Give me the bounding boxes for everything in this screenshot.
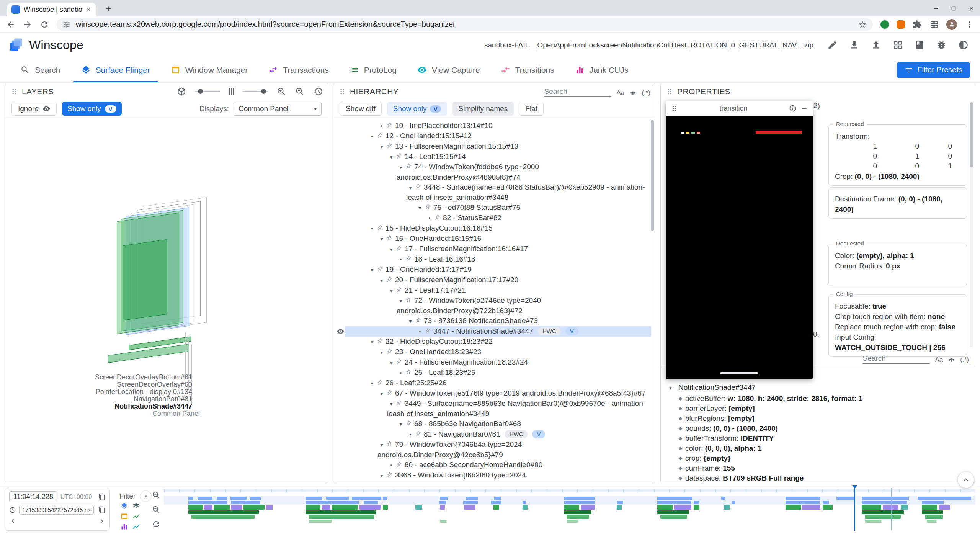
current-time[interactable]: 11:04:14.228 bbox=[9, 491, 57, 502]
rotation-3d-icon[interactable] bbox=[176, 87, 186, 96]
search-scope-icon[interactable] bbox=[630, 90, 636, 97]
tree-node[interactable]: •82 - StatusBar#82 bbox=[333, 213, 651, 223]
tree-node[interactable]: ▾17 - FullscreenMagnification:16:16#17 bbox=[333, 244, 651, 254]
properties-search-input[interactable] bbox=[863, 353, 930, 364]
pin-icon[interactable] bbox=[375, 224, 384, 233]
pin-icon[interactable] bbox=[394, 460, 403, 469]
tree-node[interactable]: ▾16 - OneHanded:16:16#16 bbox=[333, 234, 651, 244]
pin-icon[interactable] bbox=[433, 213, 442, 222]
pin-icon[interactable] bbox=[413, 316, 423, 325]
transactions-trace-icon[interactable] bbox=[132, 502, 140, 510]
extension-orange-icon[interactable] bbox=[897, 20, 905, 29]
back-icon[interactable] bbox=[6, 20, 15, 29]
transition-preview-popup[interactable]: transition bbox=[666, 101, 813, 379]
tab-surface-flinger[interactable]: Surface Flinger bbox=[71, 57, 160, 82]
forward-icon[interactable] bbox=[23, 20, 32, 29]
layer-label[interactable]: PointerLocation - display 0#134 bbox=[36, 388, 192, 396]
url-bar[interactable]: winscope.teams.x20web.corp.google.com/pr… bbox=[57, 18, 873, 31]
book-icon[interactable] bbox=[915, 40, 925, 50]
tree-node[interactable]: ▾20 - FullscreenMagnification:17:17#20 bbox=[333, 275, 651, 285]
reload-icon[interactable] bbox=[40, 20, 49, 29]
extensions-icon[interactable] bbox=[913, 20, 922, 29]
close-icon[interactable] bbox=[962, 0, 980, 16]
pin-icon[interactable] bbox=[375, 265, 384, 274]
pin-icon[interactable] bbox=[385, 121, 394, 130]
current-timestamp-ns[interactable]: 1715339054227572545 ns bbox=[19, 505, 94, 515]
flat-button[interactable]: Flat bbox=[519, 102, 544, 116]
property-row[interactable]: bufferTransform: IDENTITY bbox=[661, 433, 975, 443]
tree-node[interactable]: ▾79 - WindowToken{7046b4a type=2024 andr… bbox=[333, 440, 651, 460]
download-icon[interactable] bbox=[849, 40, 859, 50]
reset-view-icon[interactable] bbox=[313, 87, 323, 96]
pin-icon[interactable] bbox=[423, 327, 432, 336]
pin-icon[interactable] bbox=[394, 286, 403, 295]
tab-protolog[interactable]: ProtoLog bbox=[339, 57, 407, 82]
info-icon[interactable] bbox=[789, 105, 797, 112]
timeline-ruler[interactable] bbox=[164, 489, 975, 492]
tree-node[interactable]: •10 - ImePlaceholder:13:14#10 bbox=[333, 121, 651, 131]
layer-label[interactable]: Common Panel bbox=[36, 410, 200, 417]
collapse-filter-icon[interactable] bbox=[140, 490, 152, 502]
displays-select[interactable]: Common Panel ▾ bbox=[234, 102, 322, 116]
layer-label[interactable]: NavigationBar0#81 bbox=[36, 396, 192, 403]
regex-icon[interactable]: (.*) bbox=[642, 89, 650, 97]
tree-node[interactable]: ▾24 - FullscreenMagnification:18:23#24 bbox=[333, 357, 651, 368]
browser-menu-icon[interactable] bbox=[965, 20, 974, 29]
pin-icon[interactable] bbox=[385, 234, 394, 243]
tree-node[interactable]: ▾14 - Leaf:15:15#14 bbox=[333, 152, 651, 162]
tab-close-icon[interactable] bbox=[86, 7, 92, 13]
next-entry-icon[interactable] bbox=[98, 517, 106, 525]
tree-node[interactable]: ▾74 - WindowToken{fdddbe6 type=2000 andr… bbox=[333, 162, 651, 182]
new-tab-button[interactable] bbox=[102, 2, 116, 16]
pin-icon[interactable] bbox=[385, 471, 394, 480]
bug-icon[interactable] bbox=[936, 40, 947, 50]
prev-entry-icon[interactable] bbox=[9, 517, 17, 525]
tab-view-capture[interactable]: View Capture bbox=[407, 57, 490, 82]
timeline-zoom-out-icon[interactable] bbox=[152, 505, 161, 514]
timestamp-format-icon[interactable] bbox=[9, 507, 16, 513]
tree-node[interactable]: •80 - ace6abb SecondaryHomeHandle0#80 bbox=[333, 460, 651, 470]
properties-scrollbar[interactable] bbox=[970, 102, 973, 167]
tab-transactions[interactable]: Transactions bbox=[258, 57, 339, 82]
filter-presets-button[interactable]: Filter Presets bbox=[897, 62, 970, 78]
expander-icon[interactable]: ▾ bbox=[669, 382, 678, 394]
ignore-button[interactable]: Ignore bbox=[11, 102, 57, 116]
pin-icon[interactable] bbox=[404, 368, 413, 377]
tree-node[interactable]: ▾26 - Leaf:25:25#26 bbox=[333, 378, 651, 388]
pin-icon[interactable] bbox=[375, 337, 384, 346]
pin-icon[interactable] bbox=[413, 430, 423, 439]
pin-icon[interactable] bbox=[404, 419, 413, 428]
tree-node[interactable]: •25 - Leaf:18:23#25 bbox=[333, 368, 651, 378]
property-row[interactable]: activeBuffer: w: 1080, h: 2400, stride: … bbox=[661, 394, 975, 404]
transitions-trace-icon[interactable] bbox=[120, 523, 128, 531]
show-diff-button[interactable]: Show diff bbox=[340, 102, 382, 116]
property-row[interactable]: bounds: (0, 0) - (1080, 2400) bbox=[661, 423, 975, 433]
pin-icon[interactable] bbox=[394, 152, 403, 161]
darkmode-icon[interactable] bbox=[958, 40, 969, 50]
pin-icon[interactable] bbox=[394, 244, 403, 253]
edit-icon[interactable] bbox=[827, 40, 838, 50]
timeline-cursor-handle[interactable] bbox=[852, 485, 858, 489]
pin-icon[interactable] bbox=[385, 440, 394, 449]
pin-icon[interactable] bbox=[375, 131, 384, 141]
simplify-names-button[interactable]: Simplify names bbox=[452, 102, 514, 116]
popup-minimize-icon[interactable] bbox=[800, 105, 808, 112]
property-row[interactable]: dataspace: BT709 sRGB Full range bbox=[661, 473, 975, 483]
tree-node[interactable]: ▾67 - WindowToken{e5176f9 type=2019 andr… bbox=[333, 388, 651, 399]
timeline-zoom-in-icon[interactable] bbox=[152, 490, 161, 500]
expand-timeline-button[interactable] bbox=[958, 472, 974, 488]
pin-icon[interactable] bbox=[385, 142, 394, 151]
tree-node[interactable]: ▾68 - 885b63e NavigationBar0#68 bbox=[333, 419, 651, 429]
pin-icon[interactable] bbox=[404, 162, 413, 172]
tree-node[interactable]: ▾21 - Leaf:17:17#21 bbox=[333, 285, 651, 296]
show-only-toggle[interactable]: Show only V bbox=[62, 102, 122, 116]
grid-icon[interactable] bbox=[893, 40, 903, 50]
match-case-icon[interactable]: Aa bbox=[935, 356, 943, 364]
tree-node[interactable]: ▾72 - WindowToken{a2746de type=2040 andr… bbox=[333, 296, 651, 316]
tree-node[interactable]: •18 - Leaf:16:16#18 bbox=[333, 254, 651, 265]
timeline-band[interactable] bbox=[164, 485, 975, 533]
selected-node-title[interactable]: ▾NotificationShade#3447 bbox=[661, 382, 975, 394]
timeline-reset-zoom-icon[interactable] bbox=[152, 520, 161, 529]
tree-node[interactable]: ▾13 - FullscreenMagnification:15:15#13 bbox=[333, 141, 651, 152]
zoom-in-icon[interactable] bbox=[276, 87, 286, 96]
